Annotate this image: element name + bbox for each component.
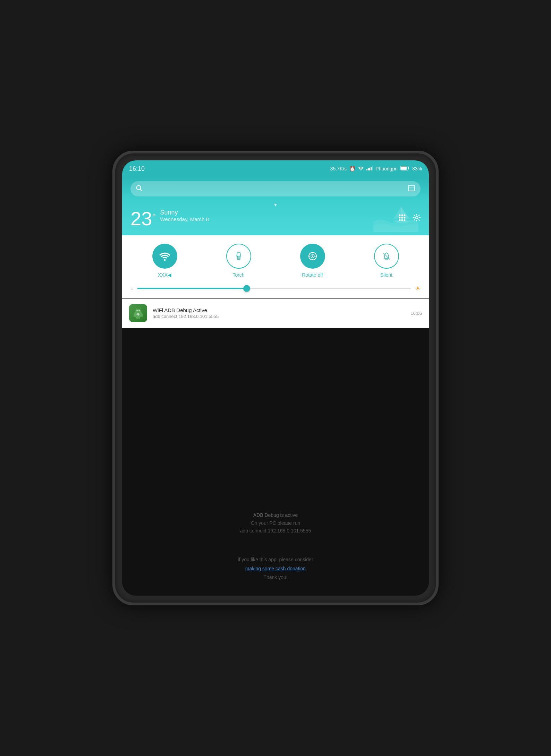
torch-circle xyxy=(226,244,251,269)
wifi-circle xyxy=(152,244,177,269)
brightness-min-icon: ○ xyxy=(130,286,133,291)
tile-rotate[interactable]: Rotate off xyxy=(300,244,325,278)
adb-line2: On your PC please run xyxy=(240,519,311,527)
degree-symbol: ° xyxy=(152,212,156,223)
search-icon xyxy=(136,185,142,193)
search-bar[interactable] xyxy=(130,181,421,196)
svg-rect-4 xyxy=(371,167,372,170)
weather-area: ▼ 23 ° Sunny Wednesday, March 8 xyxy=(122,177,429,235)
svg-rect-42 xyxy=(141,313,143,317)
wifi-label: XXX◀ xyxy=(158,272,171,278)
svg-point-36 xyxy=(135,309,141,313)
carrier: Phuongpn xyxy=(375,166,398,171)
weather-condition: Sunny xyxy=(160,209,209,216)
rotate-label: Rotate off xyxy=(302,272,323,278)
svg-rect-1 xyxy=(366,169,367,170)
svg-point-38 xyxy=(139,310,140,311)
status-right: 35.7K/s ⏰ xyxy=(330,166,422,171)
donation-link[interactable]: making some cash donation xyxy=(245,566,306,571)
svg-rect-28 xyxy=(237,256,240,260)
svg-rect-5 xyxy=(372,166,373,170)
battery-icon xyxy=(400,166,409,171)
weather-date: Wednesday, March 8 xyxy=(160,216,209,222)
svg-line-13 xyxy=(140,189,142,191)
tile-wifi[interactable]: XXX◀ xyxy=(152,244,177,278)
footer-line1: if you like this app, please consider xyxy=(238,555,313,564)
wifi-status-icon xyxy=(358,166,364,171)
footer-line3: Thank you! xyxy=(238,573,313,582)
brightness-slider[interactable] xyxy=(137,288,411,289)
svg-rect-7 xyxy=(401,167,407,170)
temperature: 23 xyxy=(130,209,152,228)
rotate-circle xyxy=(300,244,325,269)
network-speed: 35.7K/s xyxy=(330,166,347,171)
battery-percent: 83% xyxy=(412,166,422,171)
svg-point-33 xyxy=(312,255,313,257)
notif-title: WiFi ADB Debug Active xyxy=(153,307,405,313)
brightness-max-icon: ☀ xyxy=(415,285,421,292)
svg-rect-2 xyxy=(368,168,369,170)
boat-decoration xyxy=(373,201,418,232)
svg-point-0 xyxy=(361,170,361,170)
notif-content: WiFi ADB Debug Active adb connect 192.16… xyxy=(153,307,405,319)
quick-tiles-row: XXX◀ Torch xyxy=(128,244,423,278)
tile-torch[interactable]: Torch xyxy=(226,244,251,278)
svg-rect-41 xyxy=(134,313,135,317)
footer-text: if you like this app, please consider ma… xyxy=(238,555,313,582)
status-bar: 16:10 35.7K/s ⏰ xyxy=(122,160,429,177)
svg-point-11 xyxy=(393,220,409,223)
svg-rect-43 xyxy=(136,317,138,319)
svg-point-45 xyxy=(138,315,138,316)
device-frame: 16:10 35.7K/s ⏰ xyxy=(112,151,439,605)
svg-rect-14 xyxy=(408,185,415,191)
svg-point-37 xyxy=(137,310,138,311)
alarm-icon: ⏰ xyxy=(349,166,355,171)
brightness-fill xyxy=(137,288,247,289)
expand-icon xyxy=(408,185,415,193)
signal-icon xyxy=(366,166,373,171)
svg-marker-9 xyxy=(401,207,410,219)
wifi-adb-app-icon xyxy=(129,304,147,322)
adb-line3: adb connect 192.168.0.101:5555 xyxy=(240,527,311,535)
adb-line1: ADB Debug is active xyxy=(240,511,311,519)
svg-marker-10 xyxy=(393,207,401,219)
tile-silent[interactable]: Silent xyxy=(374,244,399,278)
svg-point-26 xyxy=(164,259,166,261)
dark-background-area: ADB Debug is active On your PC please ru… xyxy=(122,328,429,596)
screen: 16:10 35.7K/s ⏰ xyxy=(122,160,429,596)
adb-description: ADB Debug is active On your PC please ru… xyxy=(240,511,311,535)
brightness-row: ○ ☀ xyxy=(128,285,423,292)
notification-card-wifi-adb[interactable]: WiFi ADB Debug Active adb connect 192.16… xyxy=(122,299,429,328)
svg-line-40 xyxy=(140,308,141,309)
svg-rect-3 xyxy=(369,168,370,170)
svg-rect-44 xyxy=(138,317,140,319)
quick-settings-panel: XXX◀ Torch xyxy=(122,235,429,298)
torch-label: Torch xyxy=(232,272,244,278)
weather-left: 23 ° Sunny Wednesday, March 8 xyxy=(130,209,209,228)
status-time: 16:10 xyxy=(129,165,145,173)
brightness-thumb xyxy=(243,285,250,292)
notif-subtitle: adb connect 192.168.0.101:5555 xyxy=(153,314,405,319)
svg-line-39 xyxy=(136,308,136,309)
notif-time: 16:06 xyxy=(410,311,422,316)
silent-circle xyxy=(374,244,399,269)
silent-label: Silent xyxy=(380,272,392,278)
svg-marker-27 xyxy=(237,253,241,256)
weather-desc: Sunny Wednesday, March 8 xyxy=(160,209,209,222)
